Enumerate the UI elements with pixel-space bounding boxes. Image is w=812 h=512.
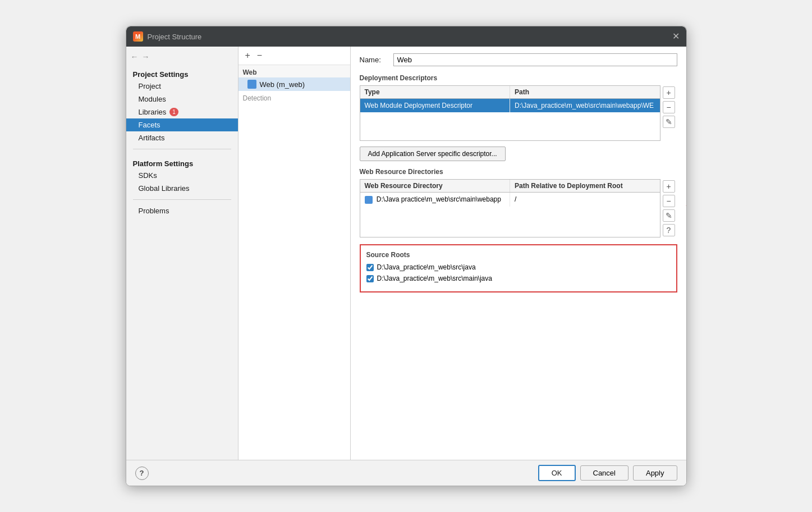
project-settings-label: Project Settings	[126, 65, 238, 80]
web-facet-icon	[247, 80, 256, 89]
deployment-table-with-side: Type Path Web Module Deployment Descript…	[360, 85, 677, 141]
close-button[interactable]: ✕	[672, 32, 680, 41]
sidebar-item-libraries[interactable]: Libraries 1	[126, 106, 238, 118]
sidebar-divider-2	[133, 199, 231, 200]
source-root-checkbox-2[interactable]	[366, 275, 374, 282]
dd-table-scroll: Web Module Deployment Descriptor D:\Java…	[360, 99, 660, 112]
dir-icon	[365, 196, 373, 204]
sidebar-divider	[133, 149, 231, 149]
wrd-remove-button[interactable]: −	[663, 195, 675, 207]
dd-row-type: Web Module Deployment Descriptor	[360, 99, 511, 112]
deployment-descriptors-section: Deployment Descriptors Type Path Web Mod…	[360, 74, 677, 161]
cancel-button[interactable]: Cancel	[580, 465, 629, 481]
name-label: Name:	[360, 56, 388, 64]
wrd-table-wrapper: Web Resource Directory Path Relative to …	[360, 179, 660, 237]
facets-group-label: Web	[238, 65, 350, 77]
source-root-item-1: D:\Java_practice\m_web\src\java	[366, 263, 671, 271]
source-root-item-2: D:\Java_practice\m_web\src\main\java	[366, 275, 671, 282]
nav-row: ← →	[126, 51, 238, 65]
facets-panel: + − Web Web (m_web) Detection	[238, 47, 351, 460]
deployment-table-wrapper: Type Path Web Module Deployment Descript…	[360, 85, 660, 141]
wrd-table-scroll: D:\Java practice\m_web\src\main\webapp /	[360, 193, 660, 207]
dd-add-button[interactable]: +	[663, 86, 675, 99]
wrd-empty-space	[360, 207, 660, 223]
dd-col-type: Type	[360, 86, 511, 98]
dd-edit-button[interactable]: ✎	[663, 116, 675, 128]
sidebar-item-sdks[interactable]: SDKs	[126, 169, 238, 182]
add-descriptor-button[interactable]: Add Application Server specific descript…	[360, 147, 506, 161]
name-field-row: Name:	[360, 53, 677, 66]
apply-button[interactable]: Apply	[633, 465, 677, 481]
table-row[interactable]: D:\Java practice\m_web\src\main\webapp /	[360, 193, 660, 207]
wrd-row-dir: D:\Java practice\m_web\src\main\webapp	[360, 193, 511, 207]
deployment-descriptors-label: Deployment Descriptors	[360, 74, 677, 82]
wrd-add-button[interactable]: +	[663, 180, 675, 193]
sidebar-item-global-libraries[interactable]: Global Libraries	[126, 182, 238, 195]
add-facet-button[interactable]: +	[243, 50, 253, 61]
remove-facet-button[interactable]: −	[255, 50, 264, 61]
ok-button[interactable]: OK	[538, 465, 576, 481]
wrd-side-buttons: + − ✎ ?	[660, 179, 677, 237]
help-button[interactable]: ?	[135, 467, 149, 480]
dd-col-path: Path	[510, 86, 660, 98]
wrd-table-header: Web Resource Directory Path Relative to …	[360, 180, 660, 193]
wrd-table-with-side: Web Resource Directory Path Relative to …	[360, 179, 677, 237]
sidebar-item-problems[interactable]: Problems	[126, 204, 238, 217]
title-bar-left: M Project Structure	[133, 31, 202, 42]
sidebar: ← → Project Settings Project Modules Lib…	[126, 47, 238, 460]
footer-left: ?	[135, 467, 149, 480]
dd-side-buttons: + − ✎	[660, 85, 677, 141]
dialog-title: Project Structure	[148, 33, 202, 41]
facets-item-area: Web Web (m_web) Detection	[238, 65, 350, 460]
wrd-label: Web Resource Directories	[360, 168, 677, 176]
nav-back-button[interactable]: ←	[131, 52, 139, 61]
add-descriptor-row: Add Application Server specific descript…	[360, 144, 677, 161]
sidebar-item-project[interactable]: Project	[126, 80, 238, 93]
name-input[interactable]	[393, 53, 677, 66]
facets-item-web[interactable]: Web (m_web)	[238, 77, 350, 91]
project-structure-dialog: M Project Structure ✕ ← → Project Settin…	[126, 26, 687, 486]
sidebar-item-modules[interactable]: Modules	[126, 93, 238, 106]
sidebar-item-artifacts[interactable]: Artifacts	[126, 131, 238, 144]
facets-toolbar: + −	[238, 47, 350, 65]
main-content: Name: Deployment Descriptors Type Path W…	[351, 47, 686, 460]
dialog-footer: ? OK Cancel Apply	[126, 460, 686, 486]
footer-right: OK Cancel Apply	[538, 465, 677, 481]
sidebar-item-facets[interactable]: Facets	[126, 118, 238, 131]
nav-forward-button[interactable]: →	[142, 52, 150, 61]
wrd-help-button[interactable]: ?	[663, 224, 675, 236]
libraries-badge: 1	[169, 108, 178, 116]
source-roots-section: Source Roots D:\Java_practice\m_web\src\…	[360, 244, 677, 292]
dd-row-path: D:\Java_practice\m_web\src\main\webapp\W…	[510, 99, 660, 112]
table-row[interactable]: Web Module Deployment Descriptor D:\Java…	[360, 99, 660, 112]
app-icon: M	[133, 31, 143, 42]
dd-remove-button[interactable]: −	[663, 101, 675, 113]
platform-settings-label: Platform Settings	[126, 154, 238, 169]
detection-label: Detection	[238, 91, 350, 106]
wrd-col-dir: Web Resource Directory	[360, 180, 511, 192]
wrd-row-path: /	[510, 193, 660, 207]
dialog-body: ← → Project Settings Project Modules Lib…	[126, 47, 686, 460]
deployment-table-header: Type Path	[360, 86, 660, 99]
web-resource-directories-section: Web Resource Directories Web Resource Di…	[360, 168, 677, 237]
wrd-col-path: Path Relative to Deployment Root	[510, 180, 660, 192]
source-roots-label: Source Roots	[366, 251, 671, 259]
source-root-checkbox-1[interactable]	[366, 264, 374, 271]
wrd-edit-button[interactable]: ✎	[663, 209, 675, 222]
dd-empty-space	[360, 112, 660, 140]
title-bar: M Project Structure ✕	[126, 26, 686, 47]
